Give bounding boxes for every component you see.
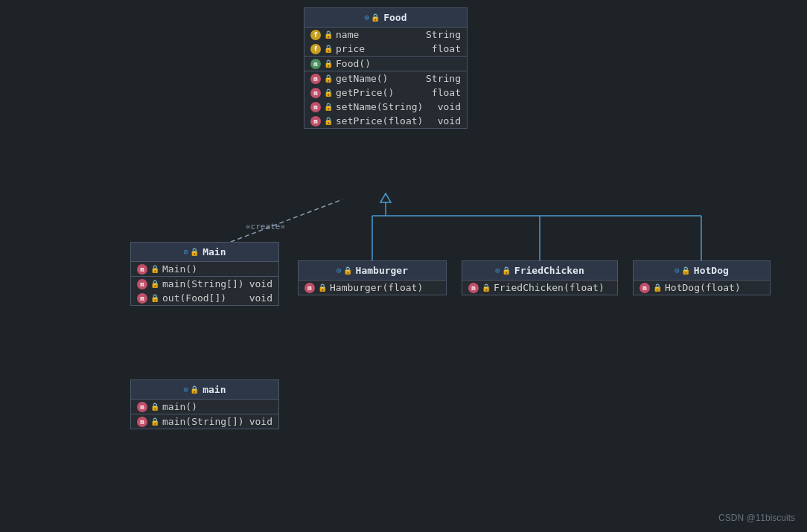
hamburger-header-icon: ⊙ 🔒 bbox=[336, 266, 352, 275]
diagram-container: «create» ⊙ 🔒 Food f bbox=[0, 0, 807, 532]
food-class-box: ⊙ 🔒 Food f 🔒 name String f 🔒 price float bbox=[304, 7, 468, 129]
main-method-icon-out: m bbox=[137, 293, 147, 304]
main-module-constructor-section: m 🔒 main() bbox=[131, 400, 278, 414]
hamburger-class-box: ⊙ 🔒 Hamburger m 🔒 Hamburger(float) bbox=[298, 260, 447, 295]
friedchicken-constructor: m 🔒 FriedChicken(float) bbox=[462, 281, 617, 295]
main-module-method-icon: m bbox=[137, 417, 147, 427]
food-title: Food bbox=[383, 12, 406, 23]
svg-text:«create»: «create» bbox=[246, 222, 285, 231]
main-constructor-section: m 🔒 Main() bbox=[131, 262, 278, 277]
svg-marker-7 bbox=[380, 193, 391, 202]
hamburger-title: Hamburger bbox=[356, 265, 408, 276]
main-methods-section: m 🔒 main(String[]) void m 🔒 out(Food[]) … bbox=[131, 277, 278, 305]
main-title: Main bbox=[202, 246, 226, 257]
hotdog-constructor: m 🔒 HotDog(float) bbox=[634, 281, 770, 295]
main-module-title: main bbox=[202, 384, 226, 395]
hotdog-ctor-icon: m bbox=[639, 283, 650, 293]
food-constructor: m 🔒 Food() bbox=[304, 57, 467, 71]
food-header: ⊙ 🔒 Food bbox=[304, 8, 467, 28]
food-method-getprice: m 🔒 getPrice() float bbox=[304, 86, 467, 100]
friedchicken-header: ⊙ 🔒 FriedChicken bbox=[462, 261, 617, 281]
main-module-constructor: m 🔒 main() bbox=[131, 400, 278, 414]
main-method-main: m 🔒 main(String[]) void bbox=[131, 277, 278, 291]
hamburger-header: ⊙ 🔒 Hamburger bbox=[299, 261, 446, 281]
food-field-name: f 🔒 name String bbox=[304, 28, 467, 42]
food-methods-section: m 🔒 getName() String m 🔒 getPrice() floa… bbox=[304, 71, 467, 128]
main-constructor: m 🔒 Main() bbox=[131, 262, 278, 276]
main-header-icon: ⊙ 🔒 bbox=[184, 247, 200, 257]
food-constructor-section: m 🔒 Food() bbox=[304, 57, 467, 71]
friedchicken-constructor-section: m 🔒 FriedChicken(float) bbox=[462, 281, 617, 295]
constructor-icon: m bbox=[310, 59, 321, 69]
main-method-out: m 🔒 out(Food[]) void bbox=[131, 291, 278, 305]
lock-price: 🔒 bbox=[324, 45, 333, 53]
main-method-icon-main: m bbox=[137, 279, 147, 289]
hotdog-header-icon: ⊙ 🔒 bbox=[674, 266, 690, 275]
friedchicken-header-icon: ⊙ 🔒 bbox=[495, 266, 511, 275]
main-module-method-main: m 🔒 main(String[]) void bbox=[131, 414, 278, 429]
lock-name: 🔒 bbox=[324, 31, 333, 39]
food-method-getname: m 🔒 getName() String bbox=[304, 71, 467, 86]
hamburger-ctor-icon: m bbox=[304, 283, 315, 293]
field-icon-price: f bbox=[310, 44, 321, 54]
svg-line-0 bbox=[231, 199, 342, 242]
hamburger-constructor: m 🔒 Hamburger(float) bbox=[299, 281, 446, 295]
hotdog-class-box: ⊙ 🔒 HotDog m 🔒 HotDog(float) bbox=[633, 260, 771, 295]
main-module-class-box: ⊙ 🔒 main m 🔒 main() m 🔒 main(String[]) v… bbox=[130, 379, 279, 429]
watermark: CSDN @11biscuits bbox=[718, 513, 795, 523]
hamburger-constructor-section: m 🔒 Hamburger(float) bbox=[299, 281, 446, 295]
main-module-ctor-icon: m bbox=[137, 402, 147, 412]
method-icon-setname: m bbox=[310, 102, 321, 112]
food-method-setprice: m 🔒 setPrice(float) void bbox=[304, 114, 467, 128]
field-icon-name: f bbox=[310, 30, 321, 40]
food-field-price: f 🔒 price float bbox=[304, 42, 467, 56]
friedchicken-ctor-icon: m bbox=[468, 283, 479, 293]
food-header-icon: ⊙ 🔒 bbox=[365, 13, 380, 22]
food-fields-section: f 🔒 name String f 🔒 price float bbox=[304, 28, 467, 57]
hotdog-header: ⊙ 🔒 HotDog bbox=[634, 261, 770, 281]
main-class-box: ⊙ 🔒 Main m 🔒 Main() m 🔒 main(String[]) v… bbox=[130, 242, 279, 306]
main-module-methods-section: m 🔒 main(String[]) void bbox=[131, 414, 278, 429]
friedchicken-title: FriedChicken bbox=[514, 265, 584, 276]
friedchicken-class-box: ⊙ 🔒 FriedChicken m 🔒 FriedChicken(float) bbox=[462, 260, 618, 295]
lock-ctor: 🔒 bbox=[324, 60, 333, 68]
main-module-header: ⊙ 🔒 main bbox=[131, 380, 278, 400]
food-method-setname: m 🔒 setName(String) void bbox=[304, 100, 467, 114]
hotdog-title: HotDog bbox=[694, 265, 729, 276]
method-icon-getprice: m bbox=[310, 88, 321, 98]
method-icon-getname: m bbox=[310, 74, 321, 84]
hotdog-constructor-section: m 🔒 HotDog(float) bbox=[634, 281, 770, 295]
main-header: ⊙ 🔒 Main bbox=[131, 243, 278, 262]
main-module-header-icon: ⊙ 🔒 bbox=[184, 385, 200, 394]
main-ctor-icon: m bbox=[137, 264, 147, 275]
method-icon-setprice: m bbox=[310, 116, 321, 126]
